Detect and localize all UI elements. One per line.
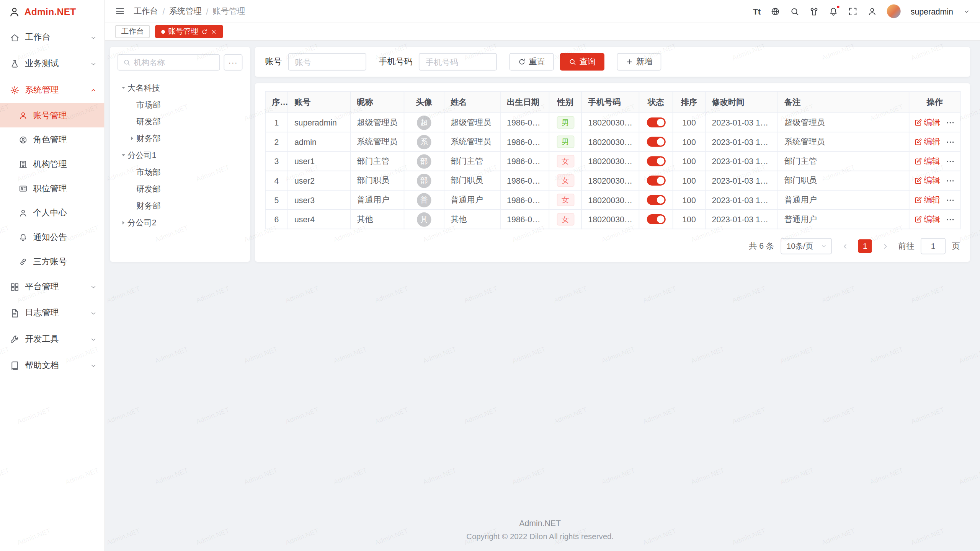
menu-collapse-icon[interactable]: [115, 6, 125, 16]
table-header-row: 序号账号昵称头像姓名出生日期性别手机号码状态排序修改时间备注操作: [265, 91, 960, 113]
tree-node[interactable]: 市场部: [118, 164, 243, 181]
more-icon: [946, 137, 955, 146]
sidebar-item-2[interactable]: 系统管理: [0, 77, 105, 103]
cell-remark: 超级管理员: [784, 117, 825, 127]
caret-right-icon[interactable]: [119, 219, 127, 227]
table-row[interactable]: 2admin系统管理员系系统管理员1986-06-28男180200307201…: [265, 132, 960, 152]
sidebar-item-label: 业务测试: [25, 58, 59, 69]
edit-button[interactable]: 编辑: [914, 214, 940, 225]
table-row[interactable]: 5user3普通用户普普通用户1986-06-28女18020030720100…: [265, 190, 960, 210]
edit-button[interactable]: 编辑: [914, 156, 940, 167]
cell-birth: 1986-06-28: [507, 215, 549, 224]
status-toggle[interactable]: [647, 137, 665, 147]
sidebar-subitem-2-0[interactable]: 账号管理: [0, 103, 105, 127]
edit-button[interactable]: 编辑: [914, 175, 940, 186]
sidebar-item-5[interactable]: 开发工具: [0, 326, 105, 352]
goto-page-input[interactable]: [921, 238, 946, 254]
phone-filter-input[interactable]: [419, 53, 497, 71]
tree-node[interactable]: 分公司1: [118, 147, 243, 164]
sidebar-subitem-2-3[interactable]: 职位管理: [0, 176, 105, 201]
sidebar-subitem-2-6[interactable]: 三方账号: [0, 249, 105, 274]
sidebar-subitem-2-1[interactable]: 角色管理: [0, 127, 105, 152]
edit-button[interactable]: 编辑: [914, 136, 940, 147]
row-more-button[interactable]: [946, 156, 955, 166]
sidebar-subitem-2-4[interactable]: 个人中心: [0, 201, 105, 225]
fullscreen-icon: [848, 7, 858, 16]
cell-mtime: 2023-01-03 10:59:44: [712, 195, 778, 204]
tree-more-button[interactable]: ···: [224, 54, 242, 70]
caret-right-icon[interactable]: [127, 135, 136, 142]
status-toggle[interactable]: [647, 156, 665, 166]
sidebar-item-0[interactable]: 工作台: [0, 24, 105, 51]
footer-copyright: Copyright © 2022 Dilon All rights reserv…: [110, 532, 970, 541]
tree-node[interactable]: 财务部: [118, 197, 243, 214]
sidebar-subitem-2-5[interactable]: 通知公告: [0, 225, 105, 249]
tree-node[interactable]: 财务部: [118, 130, 243, 147]
breadcrumb-item[interactable]: 账号管理: [213, 6, 245, 17]
cell-account: superadmin: [294, 118, 337, 127]
prev-page-button[interactable]: [838, 239, 852, 253]
status-toggle[interactable]: [647, 195, 665, 205]
row-more-button[interactable]: [946, 137, 955, 146]
chevron-down-icon: [90, 336, 97, 343]
row-more-button[interactable]: [946, 195, 955, 204]
theme-button[interactable]: [809, 7, 818, 16]
breadcrumb-item[interactable]: 工作台: [134, 6, 158, 17]
tab-0[interactable]: 工作台: [115, 25, 150, 38]
plus-icon: [626, 58, 633, 66]
edit-button[interactable]: 编辑: [914, 117, 940, 128]
tree-node[interactable]: 研发部: [118, 181, 243, 197]
tree-node[interactable]: 市场部: [118, 96, 243, 113]
profile-button[interactable]: [867, 7, 877, 16]
page-size-select[interactable]: 10条/页: [781, 238, 832, 254]
next-page-button[interactable]: [878, 239, 892, 253]
tab-1[interactable]: 账号管理: [155, 25, 223, 38]
row-more-button[interactable]: [946, 215, 955, 224]
notification-button[interactable]: [829, 7, 838, 16]
row-more-button[interactable]: [946, 118, 955, 127]
status-toggle[interactable]: [647, 214, 665, 224]
edit-button[interactable]: 编辑: [914, 194, 940, 205]
table-row[interactable]: 3user1部门主管部部门主管1986-06-28女18020030720100…: [265, 152, 960, 171]
gender-badge: 女: [557, 155, 574, 168]
tree-node[interactable]: 大名科技: [118, 79, 243, 96]
chevron-down-icon: [90, 310, 97, 316]
chevron-up-icon: [90, 86, 97, 93]
search-button[interactable]: [790, 7, 799, 16]
language-button[interactable]: [771, 7, 780, 16]
table-row[interactable]: 4user2部门职员部部门职员1986-06-28女18020030720100…: [265, 171, 960, 191]
page-1-button[interactable]: 1: [858, 239, 872, 253]
reset-button[interactable]: 重置: [510, 53, 554, 71]
breadcrumb-item[interactable]: 系统管理: [169, 6, 202, 17]
sidebar-item-1[interactable]: 业务测试: [0, 51, 105, 77]
add-button[interactable]: 新增: [617, 53, 661, 71]
sidebar-item-6[interactable]: 帮助文档: [0, 352, 105, 379]
account-filter-input[interactable]: [288, 53, 366, 71]
row-more-button[interactable]: [946, 176, 955, 185]
font-size-icon[interactable]: Tt: [753, 7, 761, 16]
table-row[interactable]: 6user4其他其其他1986-06-28女180200307201002023…: [265, 210, 960, 229]
user-name[interactable]: superadmin: [911, 7, 953, 16]
sidebar-subitem-2-2[interactable]: 机构管理: [0, 152, 105, 176]
caret-spacer: [127, 202, 136, 210]
org-search-input[interactable]: [134, 58, 214, 67]
cell-birth: 1986-06-28: [507, 195, 549, 204]
caret-down-icon[interactable]: [119, 84, 127, 92]
tree-node[interactable]: 分公司2: [118, 214, 243, 231]
sidebar-subitem-label: 账号管理: [33, 110, 67, 121]
user-avatar[interactable]: [887, 4, 901, 18]
query-button[interactable]: 查询: [560, 53, 604, 71]
sidebar-item-3[interactable]: 平台管理: [0, 274, 105, 300]
org-search-box[interactable]: [118, 54, 220, 70]
table-row[interactable]: 1superadmin超级管理员超超级管理员1986-06-28男1802003…: [265, 113, 960, 132]
caret-down-icon[interactable]: [119, 152, 127, 159]
tree-node-label: 大名科技: [127, 82, 160, 93]
status-toggle[interactable]: [647, 117, 665, 127]
flask-icon: [10, 59, 19, 68]
status-toggle[interactable]: [647, 176, 665, 186]
tree-node-label: 分公司2: [127, 217, 156, 228]
sidebar-item-4[interactable]: 日志管理: [0, 300, 105, 326]
tree-node[interactable]: 研发部: [118, 113, 243, 130]
sidebar-item-label: 系统管理: [25, 84, 59, 95]
fullscreen-button[interactable]: [848, 7, 858, 16]
